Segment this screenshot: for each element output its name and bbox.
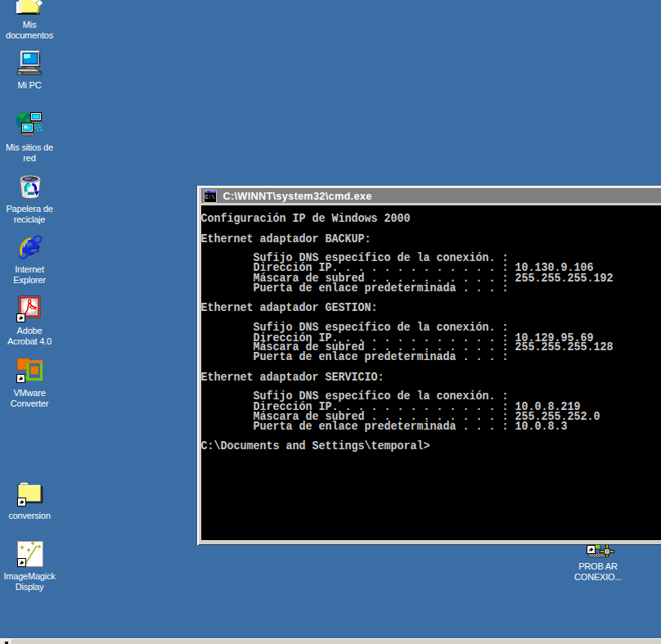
svg-text:C:\: C:\ [205, 195, 215, 200]
